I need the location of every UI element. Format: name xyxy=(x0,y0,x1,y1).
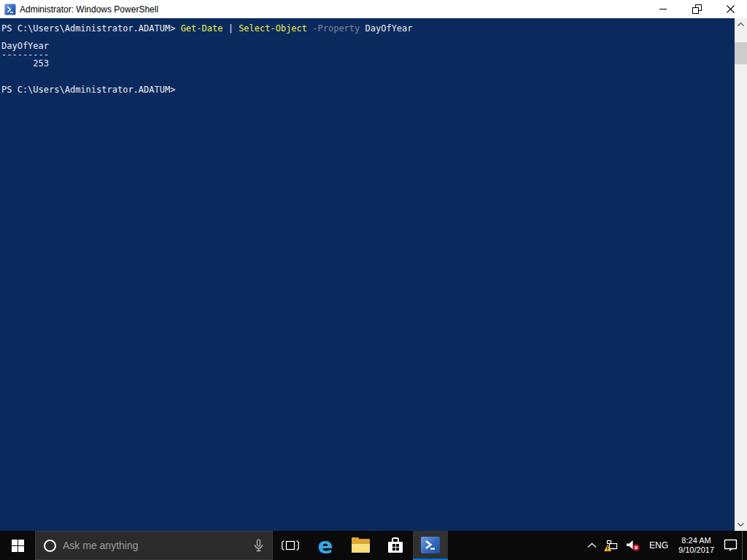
microsoft-edge-button[interactable]: e xyxy=(308,531,343,560)
microsoft-store-button[interactable] xyxy=(378,531,413,560)
task-view-button[interactable] xyxy=(273,531,308,560)
edge-icon: e xyxy=(317,536,333,555)
show-desktop-button[interactable] xyxy=(742,531,747,560)
close-icon xyxy=(727,5,735,13)
scroll-up-icon xyxy=(738,23,744,26)
parameter-property: -Property xyxy=(307,23,360,34)
titlebar[interactable]: Administrator: Windows PowerShell xyxy=(0,0,747,18)
store-icon xyxy=(387,537,403,553)
volume-muted-icon xyxy=(626,540,640,552)
tray-time: 8:24 AM xyxy=(678,536,714,545)
network-status-button[interactable] xyxy=(600,531,622,560)
command-line: PS C:\Users\Administrator.ADATUM> Get-Da… xyxy=(1,24,732,33)
powershell-window: Administrator: Windows PowerShell PS C:\… xyxy=(0,0,747,531)
cortana-search-box[interactable] xyxy=(35,531,273,560)
scrollbar-track[interactable] xyxy=(735,31,747,518)
minimize-icon xyxy=(659,9,667,9)
action-center-button[interactable] xyxy=(719,531,742,560)
window-controls xyxy=(646,0,747,18)
blank-line xyxy=(1,68,732,77)
output-value: 253 xyxy=(1,59,732,68)
close-button[interactable] xyxy=(713,0,747,18)
show-hidden-icons-button[interactable] xyxy=(584,531,600,560)
search-input[interactable] xyxy=(63,540,245,551)
pipe-operator: | xyxy=(222,23,239,34)
blank-line xyxy=(1,33,732,42)
argument-dayofyear: DayOfYear xyxy=(360,23,412,34)
vertical-scrollbar[interactable] xyxy=(735,18,747,531)
start-icon xyxy=(12,540,24,552)
cmdlet-select-object: Select-Object xyxy=(239,23,307,34)
file-explorer-button[interactable] xyxy=(343,531,378,560)
scrollbar-thumb[interactable] xyxy=(735,42,747,64)
windows-powershell-button[interactable] xyxy=(413,531,448,560)
console-buffer: PS C:\Users\Administrator.ADATUM> Get-Da… xyxy=(0,18,747,94)
scroll-down-icon xyxy=(738,523,744,526)
powershell-icon xyxy=(4,4,16,15)
task-view-icon xyxy=(282,539,299,552)
next-prompt: PS C:\Users\Administrator.ADATUM> xyxy=(1,85,732,94)
output-header: DayOfYear xyxy=(1,42,732,50)
microphone-icon[interactable] xyxy=(254,539,263,552)
volume-button[interactable] xyxy=(622,531,644,560)
action-center-icon xyxy=(723,539,738,552)
restore-icon xyxy=(692,4,702,14)
scroll-up-button[interactable] xyxy=(735,18,747,31)
taskbar: e xyxy=(0,531,747,560)
output-underline: --------- xyxy=(1,50,732,59)
scroll-down-button[interactable] xyxy=(735,518,747,531)
tray-chevron-icon xyxy=(587,542,597,548)
powershell-icon xyxy=(421,537,440,553)
network-warning-icon xyxy=(604,540,619,552)
cmdlet-get-date: Get-Date xyxy=(181,23,223,34)
prompt-text: PS C:\Users\Administrator.ADATUM> xyxy=(1,23,181,34)
minimize-button[interactable] xyxy=(646,0,680,18)
powershell-console[interactable]: PS C:\Users\Administrator.ADATUM> Get-Da… xyxy=(0,18,747,531)
clock[interactable]: 8:24 AM 9/10/2017 xyxy=(673,536,719,555)
system-tray: ENG 8:24 AM 9/10/2017 xyxy=(584,531,747,560)
file-explorer-icon xyxy=(352,539,370,553)
cortana-icon xyxy=(44,540,56,552)
tray-date: 9/10/2017 xyxy=(678,545,714,555)
language-indicator[interactable]: ENG xyxy=(644,531,673,560)
window-title: Administrator: Windows PowerShell xyxy=(20,4,646,15)
start-button[interactable] xyxy=(0,531,35,560)
restore-button[interactable] xyxy=(680,0,713,18)
